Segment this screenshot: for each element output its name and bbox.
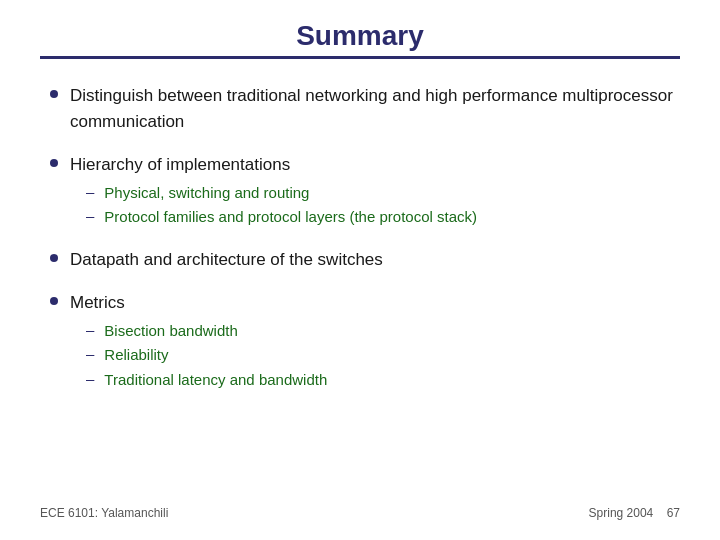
bullet-text: Metrics <box>70 290 125 316</box>
bullet-dot <box>50 254 58 262</box>
bullet-dot <box>50 159 58 167</box>
slide: Summary Distinguish between traditional … <box>0 0 720 540</box>
sub-bullet: –Bisection bandwidth <box>86 320 680 343</box>
sub-text: Traditional latency and bandwidth <box>104 369 327 392</box>
sub-text: Protocol families and protocol layers (t… <box>104 206 477 229</box>
sub-text: Bisection bandwidth <box>104 320 237 343</box>
sub-dash: – <box>86 321 94 338</box>
bullet-dot <box>50 90 58 98</box>
sub-dash: – <box>86 183 94 200</box>
bullet-item-b2: Hierarchy of implementations–Physical, s… <box>50 152 680 229</box>
bullet-main: Datapath and architecture of the switche… <box>50 247 680 273</box>
footer-label: Spring 2004 <box>589 506 654 520</box>
sub-bullet: –Physical, switching and routing <box>86 182 680 205</box>
sub-dash: – <box>86 370 94 387</box>
sub-bullet: –Reliability <box>86 344 680 367</box>
footer: ECE 6101: Yalamanchili Spring 2004 67 <box>40 498 680 520</box>
sub-bullet: –Protocol families and protocol layers (… <box>86 206 680 229</box>
sub-text: Reliability <box>104 344 168 367</box>
sub-text: Physical, switching and routing <box>104 182 309 205</box>
content-area: Distinguish between traditional networki… <box>40 83 680 498</box>
bullet-main: Metrics <box>50 290 680 316</box>
sub-dash: – <box>86 345 94 362</box>
bullet-text: Hierarchy of implementations <box>70 152 290 178</box>
bullet-item-b4: Metrics–Bisection bandwidth–Reliability–… <box>50 290 680 391</box>
bullet-text: Datapath and architecture of the switche… <box>70 247 383 273</box>
bullet-main: Distinguish between traditional networki… <box>50 83 680 134</box>
bullet-main: Hierarchy of implementations <box>50 152 680 178</box>
sub-dash: – <box>86 207 94 224</box>
bullet-item-b1: Distinguish between traditional networki… <box>50 83 680 134</box>
footer-right: Spring 2004 67 <box>589 506 680 520</box>
sub-bullet: –Traditional latency and bandwidth <box>86 369 680 392</box>
bullet-dot <box>50 297 58 305</box>
footer-left: ECE 6101: Yalamanchili <box>40 506 168 520</box>
title-underline <box>40 56 680 59</box>
bullet-item-b3: Datapath and architecture of the switche… <box>50 247 680 273</box>
slide-title: Summary <box>40 20 680 52</box>
page-number: 67 <box>667 506 680 520</box>
bullet-text: Distinguish between traditional networki… <box>70 83 680 134</box>
sub-bullets: –Bisection bandwidth–Reliability–Traditi… <box>86 320 680 392</box>
title-section: Summary <box>40 20 680 77</box>
sub-bullets: –Physical, switching and routing–Protoco… <box>86 182 680 229</box>
